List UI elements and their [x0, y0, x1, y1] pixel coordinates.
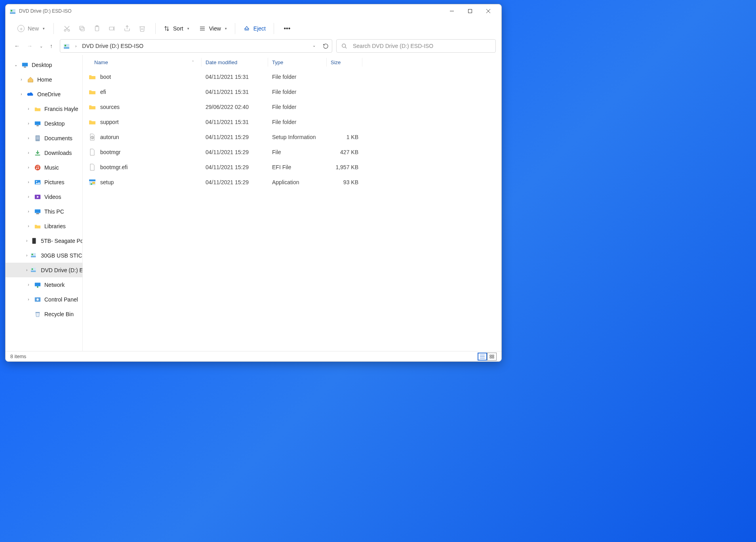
nav-item-libraries[interactable]: ›Libraries [6, 219, 82, 233]
svg-point-54 [32, 268, 33, 270]
nav-item-label: 30GB USB STICK (I [41, 252, 83, 259]
chevron-right-icon[interactable]: › [75, 44, 76, 48]
nav-item-control-panel[interactable]: ›Control Panel [6, 292, 82, 307]
address-dropdown[interactable]: ⌄ [312, 43, 316, 49]
svg-rect-33 [36, 125, 38, 126]
nav-item-30gb-usb-stick-i[interactable]: ›30GB USB STICK (I [6, 248, 82, 263]
nav-item-this-pc[interactable]: ›This PC [6, 204, 82, 219]
cut-button[interactable] [59, 25, 74, 32]
minimize-button[interactable] [443, 5, 461, 17]
nav-item-onedrive[interactable]: ›OneDrive [6, 87, 82, 101]
separator [274, 23, 274, 34]
nav-item-downloads[interactable]: ›Downloads [6, 145, 82, 160]
column-date[interactable]: Date modified [202, 58, 268, 67]
file-row[interactable]: sources29/06/2022 02:40File folder [83, 99, 501, 115]
chevron-right-icon: › [26, 195, 31, 199]
new-button[interactable]: ＋ New ▾ [14, 23, 48, 34]
thumbnails-view-button[interactable] [487, 353, 497, 361]
nav-item-label: Downloads [44, 150, 72, 156]
nav-item-label: OneDrive [37, 91, 61, 97]
svg-rect-68 [490, 355, 491, 356]
chevron-right-icon: › [19, 92, 24, 96]
eject-button[interactable]: Eject [241, 24, 268, 33]
nav-item-5tb-seagate-port[interactable]: ›5TB- Seagate Port [6, 233, 82, 248]
svg-rect-46 [35, 209, 40, 213]
recent-button[interactable]: ⌄ [40, 44, 43, 48]
file-name: setup [100, 179, 114, 185]
refresh-button[interactable] [323, 43, 329, 49]
file-type: File folder [268, 119, 327, 125]
eject-icon [243, 25, 250, 32]
file-type: Application [268, 179, 327, 185]
title-bar[interactable]: DVD Drive (D:) ESD-ISO [6, 4, 501, 18]
share-button[interactable] [120, 25, 135, 32]
chevron-right-icon: › [26, 165, 31, 170]
address-bar[interactable]: › DVD Drive (D:) ESD-ISO ⌄ [60, 39, 332, 53]
folder-icon [88, 118, 96, 126]
nav-item-pictures[interactable]: ›Pictures [6, 175, 82, 189]
navigation-pane[interactable]: ⌄Desktop›Home›OneDrive›Francis Hayle›Des… [6, 55, 83, 351]
svg-rect-47 [36, 213, 39, 214]
file-row[interactable]: bootmgr.efi04/11/2021 15:29EFI File1,957… [83, 160, 501, 175]
nav-item-network[interactable]: ›Network [6, 277, 82, 292]
nav-item-desktop[interactable]: ›Desktop [6, 116, 82, 131]
nav-item-label: Libraries [44, 223, 66, 229]
nav-item-home[interactable]: ›Home [6, 72, 82, 87]
chevron-right-icon: › [26, 136, 31, 140]
file-list: boot04/11/2021 15:31File folderefi04/11/… [83, 69, 501, 351]
column-name[interactable]: Name˄ [83, 58, 202, 67]
view-button[interactable]: View ▾ [196, 24, 229, 33]
maximize-button[interactable] [461, 5, 479, 17]
up-button[interactable]: ↑ [50, 43, 53, 49]
svg-point-28 [342, 44, 346, 47]
sort-button[interactable]: Sort ▾ [161, 24, 192, 33]
window-title: DVD Drive (D:) ESD-ISO [19, 8, 72, 14]
column-type[interactable]: Type [268, 58, 327, 67]
file-date: 29/06/2022 02:40 [202, 104, 268, 110]
column-headers[interactable]: Name˄ Date modified Type Size [83, 55, 501, 69]
delete-button[interactable] [135, 25, 150, 32]
content-pane: Name˄ Date modified Type Size boot04/11/… [83, 55, 501, 351]
file-row[interactable]: support04/11/2021 15:31File folder [83, 115, 501, 130]
copy-button[interactable] [74, 25, 90, 32]
close-button[interactable] [479, 5, 497, 17]
chevron-down-icon: ⌄ [13, 63, 18, 67]
svg-rect-70 [490, 357, 491, 358]
chevron-right-icon: › [26, 224, 31, 228]
nav-item-videos[interactable]: ›Videos [6, 189, 82, 204]
search-icon [341, 43, 347, 49]
nav-root-desktop[interactable]: ⌄Desktop [6, 57, 82, 72]
nav-item-recycle-bin[interactable]: Recycle Bin [6, 307, 82, 321]
file-name: bootmgr [100, 149, 120, 155]
nav-item-documents[interactable]: ›Documents [6, 131, 82, 145]
svg-rect-62 [89, 179, 95, 181]
rename-button[interactable] [105, 25, 120, 32]
desktop-icon [21, 61, 29, 69]
file-row[interactable]: bootmgr04/11/2021 15:29File427 KB [83, 145, 501, 160]
svg-point-56 [37, 286, 38, 288]
file-row[interactable]: setup04/11/2021 15:29Application93 KB [83, 175, 501, 190]
paste-button[interactable] [90, 25, 105, 32]
file-row[interactable]: efi04/11/2021 15:31File folder [83, 84, 501, 99]
svg-rect-64 [92, 182, 95, 184]
back-button[interactable]: ← [14, 43, 20, 49]
forward-button[interactable]: → [27, 43, 32, 49]
more-button[interactable]: ••• [280, 25, 295, 32]
file-name: bootmgr.efi [100, 164, 128, 170]
nav-item-dvd-drive-d-esd-iso[interactable]: ›DVD Drive (D:) ESD-ISO [6, 263, 82, 277]
details-view-button[interactable] [478, 353, 487, 361]
file-row[interactable]: autorun04/11/2021 15:29Setup Information… [83, 130, 501, 145]
nav-item-francis-hayle[interactable]: ›Francis Hayle [6, 101, 82, 116]
breadcrumb-current[interactable]: DVD Drive (D:) ESD-ISO [82, 43, 143, 49]
column-size[interactable]: Size [327, 58, 362, 67]
search-box[interactable]: Search DVD Drive (D:) ESD-ISO [336, 39, 496, 53]
file-name: sources [100, 104, 120, 110]
doc-icon [34, 135, 41, 142]
svg-rect-32 [35, 121, 40, 125]
svg-rect-30 [22, 63, 28, 66]
file-row[interactable]: boot04/11/2021 15:31File folder [83, 69, 501, 84]
separator [53, 23, 54, 34]
nav-item-music[interactable]: ›Music [6, 160, 82, 175]
nav-item-label: Pictures [44, 179, 65, 185]
pictures-icon [34, 179, 41, 186]
